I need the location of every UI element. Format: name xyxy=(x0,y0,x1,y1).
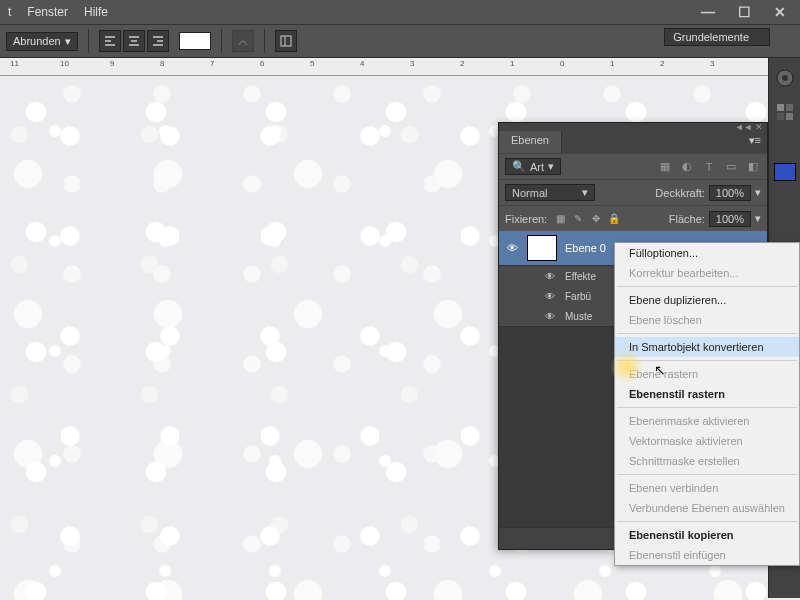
blend-row: Normal ▾ Deckkraft: 100% ▾ xyxy=(499,179,767,205)
workspace-label: Grundelemente xyxy=(673,31,749,43)
lock-row: Fixieren: ▦ ✎ ✥ 🔒 Fläche: 100% ▾ xyxy=(499,205,767,231)
menubar: t Fenster Hilfe xyxy=(0,0,800,24)
separator xyxy=(617,407,797,408)
ctx-blending-options[interactable]: Fülloptionen... xyxy=(615,243,799,263)
visibility-icon[interactable]: 👁 xyxy=(543,291,557,302)
visibility-icon[interactable]: 👁 xyxy=(543,311,557,322)
align-group xyxy=(99,30,169,52)
window-controls: — ☐ ✕ xyxy=(696,4,792,20)
lock-position-icon[interactable]: ✥ xyxy=(589,212,603,226)
layer-name: Ebene 0 xyxy=(565,242,606,254)
effect-label: Farbü xyxy=(565,291,591,302)
svg-rect-5 xyxy=(786,104,793,111)
workspace-dropdown[interactable]: Grundelemente xyxy=(664,28,770,46)
filter-pixel-icon[interactable]: ▦ xyxy=(657,159,673,175)
panel-tabs: Ebenen ▾≡ xyxy=(499,131,767,153)
chevron-down-icon: ▾ xyxy=(548,160,554,173)
color-swatch[interactable] xyxy=(179,32,211,50)
filter-adjustment-icon[interactable]: ◐ xyxy=(679,159,695,175)
filter-row: 🔍 Art ▾ ▦ ◐ T ▭ ◧ xyxy=(499,153,767,179)
ruler-horizontal: 11 10 9 8 7 6 5 4 3 2 1 0 1 2 3 xyxy=(0,58,800,76)
layer-thumbnail[interactable] xyxy=(527,235,557,261)
text-warp-button xyxy=(232,30,254,52)
lock-label: Fixieren: xyxy=(505,213,547,225)
separator xyxy=(617,333,797,334)
ctx-select-linked: Verbundene Ebenen auswählen xyxy=(615,498,799,518)
svg-rect-0 xyxy=(281,36,291,46)
ctx-convert-smart-object[interactable]: In Smartobjekt konvertieren xyxy=(615,337,799,357)
chevron-down-icon[interactable]: ▾ xyxy=(755,186,761,199)
divider xyxy=(264,29,265,53)
visibility-icon[interactable]: 👁 xyxy=(543,271,557,282)
context-menu: Fülloptionen... Korrektur bearbeiten... … xyxy=(614,242,800,566)
svg-rect-7 xyxy=(786,113,793,120)
ctx-delete-layer: Ebene löschen xyxy=(615,310,799,330)
color-wheel-icon[interactable] xyxy=(771,64,799,92)
panel-toggle-button[interactable] xyxy=(275,30,297,52)
separator xyxy=(617,286,797,287)
filter-type-icon[interactable]: T xyxy=(701,159,717,175)
ctx-rasterize-style[interactable]: Ebenenstil rastern xyxy=(615,384,799,404)
align-center-button[interactable] xyxy=(123,30,145,52)
chevron-down-icon: ▾ xyxy=(65,35,71,48)
mode-dropdown[interactable]: Abrunden ▾ xyxy=(6,32,78,51)
effects-label: Effekte xyxy=(565,271,596,282)
minimize-button[interactable]: — xyxy=(696,4,720,20)
ctx-enable-vector-mask: Vektormaske aktivieren xyxy=(615,431,799,451)
effect-label: Muste xyxy=(565,311,592,322)
kind-dropdown[interactable]: 🔍 Art ▾ xyxy=(505,158,561,175)
filter-shape-icon[interactable]: ▭ xyxy=(723,159,739,175)
align-right-button[interactable] xyxy=(147,30,169,52)
svg-point-3 xyxy=(782,75,788,81)
lock-image-icon[interactable]: ✎ xyxy=(571,212,585,226)
separator xyxy=(617,474,797,475)
ctx-create-clipping-mask: Schnittmaske erstellen xyxy=(615,451,799,471)
separator xyxy=(617,521,797,522)
chevron-down-icon: ▾ xyxy=(582,186,588,199)
blend-dropdown[interactable]: Normal ▾ xyxy=(505,184,595,201)
panel-menu-icon[interactable]: ▾≡ xyxy=(743,131,767,153)
color-sample[interactable] xyxy=(771,158,799,186)
search-icon: 🔍 xyxy=(512,160,526,173)
divider xyxy=(221,29,222,53)
opacity-label: Deckkraft: xyxy=(655,187,705,199)
ctx-duplicate-layer[interactable]: Ebene duplizieren... xyxy=(615,290,799,310)
ctx-link-layers: Ebenen verbinden xyxy=(615,478,799,498)
separator xyxy=(617,360,797,361)
swatches-icon[interactable] xyxy=(771,98,799,126)
close-button[interactable]: ✕ xyxy=(768,4,792,20)
panel-handle[interactable]: ◄◄ ✕ xyxy=(499,123,767,131)
divider xyxy=(88,29,89,53)
svg-rect-4 xyxy=(777,104,784,111)
ctx-enable-layer-mask: Ebenenmaske aktivieren xyxy=(615,411,799,431)
opacity-input[interactable]: 100% xyxy=(709,185,751,201)
svg-rect-6 xyxy=(777,113,784,120)
kind-label: Art xyxy=(530,161,544,173)
ctx-paste-style: Ebenenstil einfügen xyxy=(615,545,799,565)
lock-transparent-icon[interactable]: ▦ xyxy=(553,212,567,226)
menu-item[interactable]: t xyxy=(8,5,11,19)
maximize-button[interactable]: ☐ xyxy=(732,4,756,20)
mode-label: Abrunden xyxy=(13,35,61,47)
chevron-down-icon[interactable]: ▾ xyxy=(755,212,761,225)
ctx-rasterize-layer: Ebene rastern xyxy=(615,364,799,384)
ctx-edit-adjustment: Korrektur bearbeiten... xyxy=(615,263,799,283)
visibility-icon[interactable]: 👁 xyxy=(505,242,519,254)
align-left-button[interactable] xyxy=(99,30,121,52)
ctx-copy-style[interactable]: Ebenenstil kopieren xyxy=(615,525,799,545)
menu-item-help[interactable]: Hilfe xyxy=(84,5,108,19)
blend-label: Normal xyxy=(512,187,547,199)
lock-all-icon[interactable]: 🔒 xyxy=(607,212,621,226)
options-bar: Abrunden ▾ Grundelemente xyxy=(0,24,800,58)
menu-item-window[interactable]: Fenster xyxy=(27,5,68,19)
tab-layers[interactable]: Ebenen xyxy=(499,131,562,153)
fill-input[interactable]: 100% xyxy=(709,211,751,227)
fill-label: Fläche: xyxy=(669,213,705,225)
filter-smart-icon[interactable]: ◧ xyxy=(745,159,761,175)
